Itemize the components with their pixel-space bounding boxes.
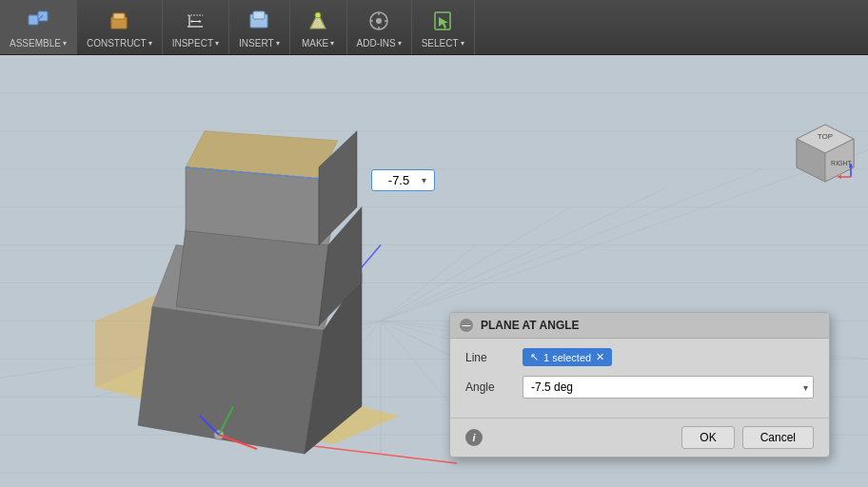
viewport[interactable]: -7.5 ▾ TOP RIGHT — PLANE AT ANGL bbox=[0, 55, 868, 487]
insert-icon bbox=[244, 6, 274, 36]
cancel-button[interactable]: Cancel bbox=[742, 426, 814, 449]
angle-label: Angle bbox=[465, 380, 513, 394]
dialog-angle-row: Angle -7.5 deg ▾ bbox=[465, 376, 814, 399]
toolbar-select[interactable]: SELECT▾ bbox=[412, 0, 475, 54]
svg-text:TOP: TOP bbox=[818, 132, 833, 141]
svg-rect-10 bbox=[253, 11, 265, 19]
svg-text:⟷: ⟷ bbox=[190, 17, 202, 26]
line-label: Line bbox=[465, 351, 513, 364]
toolbar-assemble-label: ASSEMBLE▾ bbox=[10, 38, 67, 49]
toolbar-inspect-label: INSPECT▾ bbox=[172, 38, 219, 49]
svg-rect-1 bbox=[38, 11, 48, 21]
svg-text:RIGHT: RIGHT bbox=[831, 160, 853, 166]
toolbar-add-ins[interactable]: ADD-INS▾ bbox=[347, 0, 412, 54]
construct-icon bbox=[104, 6, 134, 36]
inspect-icon: ⟷ bbox=[180, 6, 210, 36]
footer-right: OK Cancel bbox=[681, 426, 814, 449]
toolbar-construct-label: CONSTRUCT▾ bbox=[87, 38, 152, 49]
dialog-footer: i OK Cancel bbox=[450, 418, 829, 457]
angle-dropdown-btn[interactable]: ▾ bbox=[422, 175, 426, 185]
select-icon bbox=[427, 6, 458, 36]
toolbar-make-label: MAKE▾ bbox=[302, 38, 334, 49]
dialog-header: — PLANE AT ANGLE bbox=[450, 313, 829, 339]
toolbar-make[interactable]: MAKE▾ bbox=[290, 0, 347, 54]
toolbar-select-label: SELECT▾ bbox=[422, 38, 464, 49]
angle-select[interactable]: -7.5 deg bbox=[523, 376, 814, 399]
toolbar-insert[interactable]: INSERT▾ bbox=[229, 0, 290, 54]
toolbar-assemble[interactable]: ASSEMBLE▾ bbox=[0, 0, 77, 54]
svg-point-11 bbox=[315, 12, 321, 18]
angle-input-popup: -7.5 ▾ bbox=[371, 169, 435, 191]
dialog-title: PLANE AT ANGLE bbox=[481, 319, 580, 332]
footer-left: i bbox=[465, 429, 483, 446]
toolbar-addins-label: ADD-INS▾ bbox=[357, 38, 402, 49]
assemble-icon bbox=[23, 6, 53, 36]
dialog-line-row: Line ↖ 1 selected ✕ bbox=[465, 348, 814, 366]
make-icon bbox=[303, 6, 333, 36]
selected-count: 1 selected bbox=[543, 352, 591, 363]
dialog-close-button[interactable]: — bbox=[460, 319, 473, 332]
addins-icon bbox=[364, 6, 394, 36]
line-selected-badge[interactable]: ↖ 1 selected ✕ bbox=[523, 348, 612, 366]
toolbar: ASSEMBLE▾ CONSTRUCT▾ ⟷ INSPECT▾ bbox=[0, 0, 868, 55]
svg-rect-0 bbox=[29, 15, 38, 25]
clear-selection-button[interactable]: ✕ bbox=[596, 351, 604, 363]
cursor-icon: ↖ bbox=[530, 351, 539, 363]
info-button[interactable]: i bbox=[465, 429, 483, 446]
angle-value-input[interactable]: -7.5 bbox=[380, 173, 418, 187]
angle-select-wrapper: -7.5 deg ▾ bbox=[523, 376, 814, 399]
toolbar-insert-label: INSERT▾ bbox=[239, 38, 280, 49]
ok-button[interactable]: OK bbox=[681, 426, 734, 449]
toolbar-inspect[interactable]: ⟷ INSPECT▾ bbox=[163, 0, 229, 54]
plane-at-angle-dialog: — PLANE AT ANGLE Line ↖ 1 selected ✕ Ang… bbox=[449, 312, 830, 458]
svg-rect-4 bbox=[113, 13, 125, 19]
toolbar-construct[interactable]: CONSTRUCT▾ bbox=[77, 0, 163, 54]
svg-point-13 bbox=[376, 18, 382, 24]
dialog-body: Line ↖ 1 selected ✕ Angle -7.5 deg ▾ bbox=[450, 339, 829, 418]
cube-gizmo[interactable]: TOP RIGHT bbox=[792, 120, 858, 186]
